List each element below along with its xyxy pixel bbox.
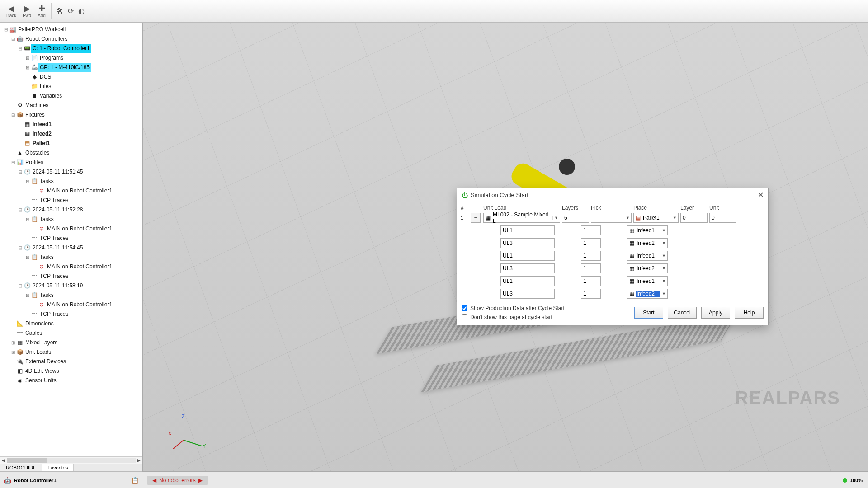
- show-production-data-checkbox[interactable]: Show Production Data after Cycle Start: [462, 305, 628, 311]
- scroll-thumb[interactable]: [7, 458, 47, 463]
- help-button[interactable]: Help: [735, 307, 764, 319]
- tree-profile[interactable]: ⊟🕒2024-05-11 11:54:45: [3, 243, 141, 253]
- sub-pick-select[interactable]: ▦Infeed2▼: [627, 289, 668, 299]
- pendant-icon[interactable]: 📋: [131, 477, 139, 484]
- expand-icon[interactable]: ⊟: [18, 167, 23, 177]
- sub-pick-select[interactable]: ▦Infeed1▼: [627, 225, 668, 235]
- tree-main-task[interactable]: ⊘MAIN on Robot Controller1: [3, 300, 141, 310]
- sub-layers-input[interactable]: [581, 225, 601, 235]
- tab-roboguide[interactable]: ROBOGUIDE: [0, 464, 42, 471]
- sub-pick-select[interactable]: ▦Infeed2▼: [627, 263, 668, 273]
- checkbox-input[interactable]: [462, 305, 467, 311]
- expand-icon[interactable]: ⊟: [25, 177, 30, 186]
- sub-unitload-input[interactable]: [500, 225, 555, 235]
- tree-obstacles[interactable]: ▲ Obstacles: [3, 148, 141, 158]
- tree-main-task[interactable]: ⊘MAIN on Robot Controller1: [3, 186, 141, 196]
- error-status[interactable]: ◀ No robot errors ▶: [147, 476, 208, 485]
- tree-profile[interactable]: ⊟🕒2024-05-11 11:58:19: [3, 281, 141, 291]
- sub-unitload-input[interactable]: [500, 263, 555, 273]
- tree-controller1[interactable]: ⊟ 📟 C: 1 - Robot Controller1: [3, 44, 141, 53]
- expand-icon[interactable]: ⊟: [18, 205, 23, 215]
- expand-icon[interactable]: ⊞: [25, 63, 30, 72]
- sub-unitload-input[interactable]: [500, 276, 555, 286]
- tree-robot-controllers[interactable]: ⊟ 🤖 Robot Controllers: [3, 34, 141, 44]
- tree-root[interactable]: ⊟ 🏭 PalletPRO Workcell: [3, 25, 141, 34]
- sub-unitload-input[interactable]: [500, 251, 555, 261]
- expand-icon[interactable]: ⊞: [10, 338, 16, 347]
- sub-layers-input[interactable]: [581, 276, 601, 286]
- layers-input[interactable]: [562, 213, 589, 223]
- tree-tasks[interactable]: ⊟📋Tasks: [3, 215, 141, 224]
- start-button[interactable]: Start: [634, 307, 663, 319]
- unit-input[interactable]: [709, 213, 736, 223]
- expand-icon[interactable]: ⊟: [18, 44, 23, 53]
- dont-show-page-checkbox[interactable]: Don't show this page at cycle start: [462, 314, 628, 320]
- back-button[interactable]: ◀ Back: [4, 1, 19, 21]
- tree-infeed2[interactable]: ▦ Infeed2: [3, 129, 141, 139]
- apply-button[interactable]: Apply: [701, 307, 730, 319]
- tree-main-task[interactable]: ⊘MAIN on Robot Controller1: [3, 224, 141, 234]
- sub-layers-input[interactable]: [581, 289, 601, 299]
- expand-icon[interactable]: ⊟: [10, 110, 16, 120]
- row-collapse-button[interactable]: −: [471, 213, 481, 223]
- expand-icon[interactable]: ⊟: [10, 158, 16, 167]
- sub-pick-select[interactable]: ▦Infeed2▼: [627, 238, 668, 248]
- tree-horizontal-scrollbar[interactable]: ◀ ▶: [0, 456, 142, 464]
- expand-icon[interactable]: ⊟: [25, 215, 30, 224]
- tree-cables[interactable]: 〰 Cables: [3, 328, 141, 338]
- refresh-icon[interactable]: ⟳: [66, 7, 75, 15]
- expand-icon[interactable]: ⊞: [25, 53, 30, 63]
- tree-tasks[interactable]: ⊟📋Tasks: [3, 291, 141, 300]
- cancel-button[interactable]: Cancel: [668, 307, 697, 319]
- place-select[interactable]: ▤ Pallet1 ▼: [633, 213, 679, 223]
- tree-variables[interactable]: ≣ Variables: [3, 91, 141, 101]
- close-icon[interactable]: ✕: [758, 191, 764, 199]
- add-button[interactable]: ✚ Add: [35, 1, 48, 21]
- tree-tcp-traces[interactable]: 〰TCP Traces: [3, 196, 141, 205]
- tree-pallet1[interactable]: ▤ Pallet1: [3, 139, 141, 148]
- tree-tcp-traces[interactable]: 〰TCP Traces: [3, 310, 141, 319]
- tree-fixtures[interactable]: ⊟ 📦 Fixtures: [3, 110, 141, 120]
- tree-programs[interactable]: ⊞ 📄 Programs: [3, 53, 141, 63]
- tree-main-task[interactable]: ⊘MAIN on Robot Controller1: [3, 262, 141, 272]
- sub-pick-select[interactable]: ▦Infeed1▼: [627, 276, 668, 286]
- tree-infeed1[interactable]: ▦ Infeed1: [3, 120, 141, 129]
- sub-layers-input[interactable]: [581, 263, 601, 273]
- tree-gp1[interactable]: ⊞ 🦾 GP: 1 - M-410iC/185: [3, 63, 141, 72]
- tree-tcp-traces[interactable]: 〰TCP Traces: [3, 234, 141, 243]
- scroll-track[interactable]: [7, 458, 136, 463]
- scroll-left-icon[interactable]: ◀: [0, 458, 7, 463]
- sub-unitload-input[interactable]: [500, 289, 555, 299]
- sub-layers-input[interactable]: [581, 238, 601, 248]
- tree-tasks[interactable]: ⊟📋Tasks: [3, 253, 141, 262]
- tree-tasks[interactable]: ⊟📋Tasks: [3, 177, 141, 186]
- tree-sensor-units[interactable]: ◉ Sensor Units: [3, 376, 141, 385]
- wrench-icon[interactable]: 🛠: [54, 7, 65, 15]
- expand-icon[interactable]: ⊞: [10, 347, 16, 357]
- tree-profiles[interactable]: ⊟ 📊 Profiles: [3, 158, 141, 167]
- unitload-select[interactable]: ▦ ML002 - Sample Mixed L ▼: [483, 213, 560, 223]
- tree-body[interactable]: ⊟ 🏭 PalletPRO Workcell ⊟ 🤖 Robot Control…: [0, 23, 142, 456]
- fwd-button[interactable]: ▶ Fwd: [20, 1, 34, 21]
- pick-select[interactable]: ▼: [591, 213, 632, 223]
- expand-icon[interactable]: ⊟: [25, 291, 30, 300]
- sub-unitload-input[interactable]: [500, 238, 555, 248]
- checkbox-input[interactable]: [462, 314, 467, 320]
- expand-icon[interactable]: ⊟: [10, 34, 16, 44]
- tree-profile[interactable]: ⊟🕒2024-05-11 11:51:45: [3, 167, 141, 177]
- tree-dimensions[interactable]: 📐 Dimensions: [3, 319, 141, 328]
- layer-input[interactable]: [680, 213, 708, 223]
- tree-profile[interactable]: ⊟🕒2024-05-11 11:52:28: [3, 205, 141, 215]
- tree-4d-views[interactable]: ◧ 4D Edit Views: [3, 366, 141, 376]
- tree-unit-loads[interactable]: ⊞ 📦 Unit Loads: [3, 347, 141, 357]
- tab-favorites[interactable]: Favorites: [42, 464, 74, 471]
- globe-icon[interactable]: ◐: [76, 7, 86, 15]
- sub-layers-input[interactable]: [581, 251, 601, 261]
- tree-files[interactable]: 📁 Files: [3, 82, 141, 91]
- tree-machines[interactable]: ⚙ Machines: [3, 101, 141, 110]
- scroll-right-icon[interactable]: ▶: [136, 458, 142, 463]
- tree-tcp-traces[interactable]: 〰TCP Traces: [3, 272, 141, 281]
- expand-icon[interactable]: ⊟: [18, 281, 23, 291]
- expand-icon[interactable]: ⊟: [3, 25, 9, 34]
- tree-mixed-layers[interactable]: ⊞ ▦ Mixed Layers: [3, 338, 141, 347]
